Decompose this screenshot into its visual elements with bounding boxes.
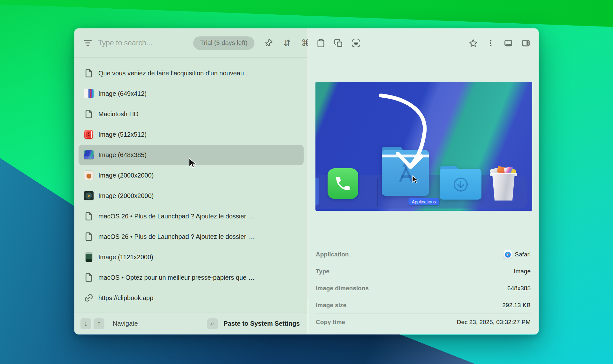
image-thumbnail-icon [84,252,94,262]
sort-order-icon[interactable]: ⇵ [283,39,291,48]
list-item[interactable]: macOS 26 • Plus de Launchpad ? Ajoutez l… [79,226,304,247]
detail-value: Safari [503,250,531,259]
copy-icon[interactable] [334,39,343,48]
toggle-bottom-panel-icon[interactable] [504,39,513,48]
extract-text-icon[interactable] [352,39,360,48]
paste-action[interactable]: ↵ Paste to System Settings [207,318,300,329]
more-options-icon[interactable] [486,39,495,48]
preview-panel: Applications [308,28,539,334]
left-panel: Trial (5 days left) ⇵ [74,28,308,334]
image-thumbnail-icon [84,191,94,200]
list-item-label: Image (1121x2000) [98,254,153,261]
search-toolbar: Trial (5 days left) ⇵ [74,28,308,58]
paste-label: Paste to System Settings [223,320,300,327]
detail-label: Application [316,251,349,258]
dock-partial-app-icon [315,178,319,205]
trial-badge[interactable]: Trial (5 days left) [193,36,254,50]
toggle-side-panel-icon[interactable] [521,39,530,48]
document-icon [84,273,94,282]
trash-icon [490,171,517,201]
clip-details: Application Saf [316,246,531,330]
list-item-label: macOS • Optez pour un meilleur presse-pa… [98,274,254,281]
link-icon [84,293,94,303]
detail-value: Dec 23, 2025, 03:32:27 PM [457,319,531,326]
navigate-label: Navigate [113,320,138,327]
app-store-glyph [382,150,429,196]
detail-row-copy-time: Copy time Dec 23, 2025, 03:32:27 PM [316,314,531,330]
clipboard-history-list: Que vous veniez de faire l’acquisition d… [74,58,308,313]
arrow-down-keycap: ↓ [80,318,91,329]
toolbar-icons: ⇵ ⌘ [264,39,310,48]
desktop: Trial (5 days left) ⇵ [0,0,613,364]
detail-value: 648x385 [507,285,531,292]
detail-value: 292.13 KB [502,302,531,309]
clipbook-window: Trial (5 days left) ⇵ [74,28,539,335]
applications-folder-icon [382,147,429,196]
list-item[interactable]: macOS 26 • Plus de Launchpad ? Ajoutez l… [79,206,304,226]
detail-row-size: Image size 292.13 KB [316,297,531,314]
list-item[interactable]: Image (649x412) [79,83,304,104]
image-thumbnail-icon [84,171,94,180]
pin-icon[interactable] [264,39,273,48]
detail-label: Image size [316,302,346,309]
list-item[interactable]: Macintosh HD [79,104,304,124]
list-item-selected[interactable]: Image (648x385) [79,145,304,165]
document-icon [84,109,94,119]
document-icon [84,211,94,221]
phone-app-icon [328,168,358,199]
list-item-label: macOS 26 • Plus de Launchpad ? Ajoutez l… [98,233,254,240]
detail-row-dimensions: Image dimensions 648x385 [316,280,531,297]
list-item[interactable]: Image (512x512) [79,124,304,145]
search-input[interactable] [97,38,193,48]
preview-toolbar [308,28,539,58]
list-item-label: macOS 26 • Plus de Launchpad ? Ajoutez l… [98,213,254,220]
footer-bar: ↓ ↑ Navigate ↵ Paste to System Settings [74,313,308,334]
list-item[interactable]: https://clipbook.app [79,288,304,308]
downloads-folder-icon [440,166,481,200]
image-preview: Applications [315,82,532,211]
red-app-icon [84,130,94,139]
detail-label: Image dimensions [316,285,369,292]
dock-folder-label: Applications [408,198,440,205]
list-item-label: Image (649x412) [98,90,147,97]
list-item[interactable]: Image (2000x2000) [79,186,304,206]
favorite-star-icon[interactable] [469,39,478,48]
image-thumbnail-icon [84,150,94,159]
detail-label: Copy time [316,319,345,326]
detail-row-type: Type Image [316,263,531,280]
list-item[interactable]: macOS • Optez pour un meilleur presse-pa… [79,267,304,288]
detail-value: Image [514,268,531,275]
list-item-label: Image (648x385) [98,151,147,159]
dock-divider [377,178,378,206]
list-item[interactable]: Image (1121x2000) [79,247,304,267]
document-icon [84,232,94,241]
list-item-label: Que vous veniez de faire l’acquisition d… [98,70,252,77]
arrow-up-keycap: ↑ [94,318,104,329]
detail-row-application: Application Saf [316,246,531,263]
list-item[interactable]: Image (2000x2000) [79,165,304,186]
return-keycap: ↵ [207,318,218,329]
filter-icon[interactable] [84,40,92,46]
list-item[interactable]: Que vous veniez de faire l’acquisition d… [79,63,304,83]
preview-toolbar-right [469,39,530,48]
safari-icon [503,250,512,259]
document-icon [84,68,94,78]
detail-label: Type [316,268,329,275]
list-item-label: https://clipbook.app [98,294,153,302]
list-item-label: Image (2000x2000) [98,192,154,200]
list-item-label: Image (512x512) [98,131,147,138]
list-item-label: Image (2000x2000) [98,172,154,179]
preview-toolbar-left [316,39,360,48]
paste-clipboard-icon[interactable] [316,39,325,48]
list-item-label: Macintosh HD [98,110,139,118]
image-thumbnail-icon [84,89,94,98]
